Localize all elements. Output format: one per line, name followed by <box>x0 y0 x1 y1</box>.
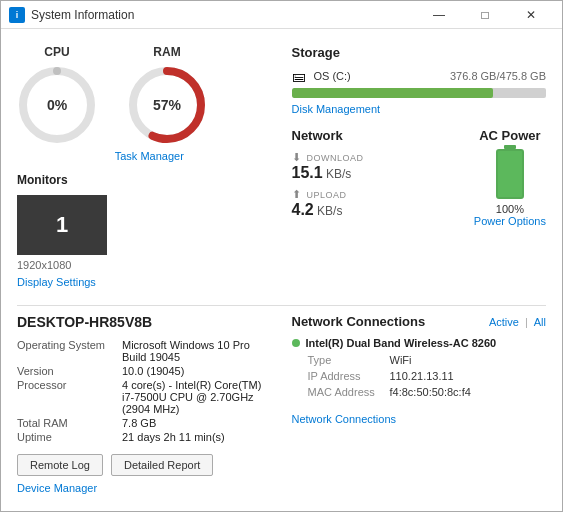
monitor-resolution: 1920x1080 <box>17 259 272 271</box>
battery-icon <box>496 149 524 199</box>
network-connections-panel: Network Connections Active | All Intel(R… <box>292 314 547 495</box>
task-manager-link[interactable]: Task Manager <box>115 150 184 162</box>
info-val: 7.8 GB <box>122 416 272 430</box>
ram-gauge-container: RAM 57% <box>127 45 207 145</box>
upload-unit: KB/s <box>317 204 342 218</box>
info-val: 21 days 2h 11 min(s) <box>122 430 272 444</box>
minimize-button[interactable]: — <box>416 1 462 29</box>
filter-sep: | <box>525 316 528 328</box>
device-manager-link[interactable]: Device Manager <box>17 482 97 494</box>
cpu-gauge-container: CPU 0% <box>17 45 97 145</box>
detailed-report-button[interactable]: Detailed Report <box>111 454 213 476</box>
info-key: Uptime <box>17 430 122 444</box>
section-divider <box>17 305 546 306</box>
display-settings-link[interactable]: Display Settings <box>17 276 96 288</box>
button-row: Remote Log Detailed Report <box>17 454 272 476</box>
ac-section: AC Power 100% Power Options <box>474 128 546 227</box>
cpu-gauge: 0% <box>17 65 97 145</box>
info-row: Total RAM7.8 GB <box>17 416 272 430</box>
monitors-title: Monitors <box>17 173 272 187</box>
cpu-label: CPU <box>44 45 69 59</box>
connection-type-row: Type WiFi <box>308 353 471 367</box>
info-val: Microsoft Windows 10 Pro Build 19045 <box>122 338 272 364</box>
bottom-section: DESKTOP-HR85V8B Operating SystemMicrosof… <box>17 314 546 495</box>
info-table: Operating SystemMicrosoft Windows 10 Pro… <box>17 338 272 444</box>
filter-active[interactable]: Active <box>489 316 519 328</box>
system-info-panel: DESKTOP-HR85V8B Operating SystemMicrosof… <box>17 314 272 495</box>
monitors-section: Monitors 1 1920x1080 Display Settings <box>17 173 272 289</box>
monitor-count: 1 <box>56 212 68 238</box>
ip-label: IP Address <box>308 369 388 383</box>
monitor-box: 1 <box>17 195 107 255</box>
info-key: Processor <box>17 378 122 416</box>
mac-label: MAC Address <box>308 385 388 399</box>
ip-value: 110.21.13.11 <box>390 369 471 383</box>
connection-status-dot <box>292 339 300 347</box>
connection-mac-row: MAC Address f4:8c:50:50:8c:f4 <box>308 385 471 399</box>
connection-ip-row: IP Address 110.21.13.11 <box>308 369 471 383</box>
info-row: Processor4 core(s) - Intel(R) Core(TM) i… <box>17 378 272 416</box>
ac-power-title: AC Power <box>479 128 540 143</box>
disk-management-link[interactable]: Disk Management <box>292 103 381 115</box>
main-content: CPU 0% RAM <box>1 29 562 511</box>
filter-all[interactable]: All <box>534 316 546 328</box>
download-stat: ⬇ DOWNLOAD 15.1 KB/s <box>292 151 454 182</box>
storage-section: Storage 🖴 OS (C:) 376.8 GB/475.8 GB Disk… <box>292 45 547 116</box>
connection-name: Intel(R) Dual Band Wireless-AC 8260 <box>306 337 497 349</box>
info-key: Total RAM <box>17 416 122 430</box>
cpu-value: 0% <box>47 97 67 113</box>
info-val: 4 core(s) - Intel(R) Core(TM) i7-7500U C… <box>122 378 272 416</box>
storage-label: OS (C:) <box>314 70 442 82</box>
titlebar-controls: — □ ✕ <box>416 1 554 29</box>
download-unit: KB/s <box>326 167 351 181</box>
storage-row: 🖴 OS (C:) 376.8 GB/475.8 GB <box>292 68 547 84</box>
storage-bar-fill <box>292 88 493 98</box>
left-panel: CPU 0% RAM <box>17 45 272 289</box>
info-row: Operating SystemMicrosoft Windows 10 Pro… <box>17 338 272 364</box>
ram-label: RAM <box>153 45 180 59</box>
mac-value: f4:8c:50:50:8c:f4 <box>390 385 471 399</box>
cpu-ram-row: CPU 0% RAM <box>17 45 272 145</box>
info-val: 10.0 (19045) <box>122 364 272 378</box>
right-panel: Storage 🖴 OS (C:) 376.8 GB/475.8 GB Disk… <box>272 45 547 289</box>
storage-bar-container <box>292 88 547 98</box>
top-section: CPU 0% RAM <box>17 45 546 289</box>
info-row: Uptime21 days 2h 11 min(s) <box>17 430 272 444</box>
storage-icon: 🖴 <box>292 68 306 84</box>
upload-stat: ⬆ UPLOAD 4.2 KB/s <box>292 188 454 219</box>
info-key: Operating System <box>17 338 122 364</box>
connection-name-row: Intel(R) Dual Band Wireless-AC 8260 <box>292 337 547 349</box>
ram-gauge: 57% <box>127 65 207 145</box>
download-value: 15.1 <box>292 164 323 181</box>
info-key: Version <box>17 364 122 378</box>
upload-icon: ⬆ <box>292 188 301 201</box>
connection-item: Intel(R) Dual Band Wireless-AC 8260 Type… <box>292 337 547 401</box>
remote-log-button[interactable]: Remote Log <box>17 454 103 476</box>
info-row: Version10.0 (19045) <box>17 364 272 378</box>
close-button[interactable]: ✕ <box>508 1 554 29</box>
main-window: i System Information — □ ✕ CPU <box>0 0 563 512</box>
download-label: DOWNLOAD <box>307 153 364 163</box>
network-connections-link[interactable]: Network Connections <box>292 413 397 425</box>
upload-label: UPLOAD <box>307 190 347 200</box>
battery-percent: 100% <box>496 203 524 215</box>
network-title: Network <box>292 128 454 143</box>
type-label: Type <box>308 353 388 367</box>
power-options-link[interactable]: Power Options <box>474 215 546 227</box>
storage-size: 376.8 GB/475.8 GB <box>450 70 546 82</box>
type-value: WiFi <box>390 353 471 367</box>
window-title: System Information <box>31 8 416 22</box>
app-icon: i <box>9 7 25 23</box>
network-ac-row: Network ⬇ DOWNLOAD 15.1 KB/s ⬆ <box>292 128 547 227</box>
network-section: Network ⬇ DOWNLOAD 15.1 KB/s ⬆ <box>292 128 454 227</box>
net-connections-title: Network Connections <box>292 314 483 329</box>
storage-title: Storage <box>292 45 547 60</box>
connection-details-table: Type WiFi IP Address 110.21.13.11 MAC Ad… <box>306 351 473 401</box>
ram-value: 57% <box>153 97 181 113</box>
titlebar: i System Information — □ ✕ <box>1 1 562 29</box>
upload-value: 4.2 <box>292 201 314 218</box>
net-connections-header: Network Connections Active | All <box>292 314 547 329</box>
download-icon: ⬇ <box>292 151 301 164</box>
system-info-title: DESKTOP-HR85V8B <box>17 314 272 330</box>
maximize-button[interactable]: □ <box>462 1 508 29</box>
